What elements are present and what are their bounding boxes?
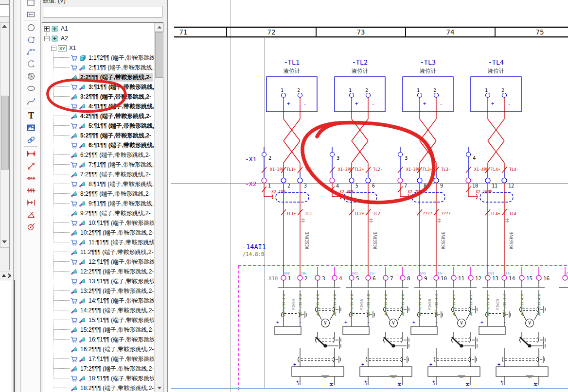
tree-item-label: 10:¶1¶¶ (端子,带鞍形跳线,2- (87, 219, 154, 227)
polarity: - (299, 320, 302, 325)
dimension-angle-icon[interactable] (25, 209, 37, 221)
tree-item-terminal[interactable]: 7:¶1¶¶ (端子,带鞍形跳线,2- (43, 160, 154, 170)
tree-scroll-thumb[interactable] (155, 32, 163, 78)
splitter[interactable] (18, 0, 20, 392)
tree-item-terminal[interactable]: 3:2¶¶¶ (端子,带鞍形跳线,2- (43, 92, 154, 102)
tree-item-terminal[interactable]: 10:¶1¶¶ (端子,带鞍形跳线,2- (43, 218, 154, 228)
tree-item-terminal[interactable]: 12:¶1¶¶ (端子,带鞍形跳线,2- (43, 257, 154, 267)
tree-item-terminal[interactable]: 13:2¶¶¶ (端子,带鞍形跳线,2- (43, 286, 154, 296)
tree-item-terminal[interactable]: 1:1¶2¶¶ (端子,带鞍形跳线,2- (43, 53, 154, 63)
tree-item-terminal[interactable]: 7:2¶¶¶ (端子,带鞍形跳线,2- (43, 170, 154, 179)
reserve-label: RESERVE (373, 232, 378, 249)
wire-label: X1-2PE (270, 167, 284, 172)
tree-item-a2[interactable]: A2 (43, 34, 154, 43)
node-edit-tool-icon[interactable] (25, 9, 37, 20)
circle-points-tool-icon[interactable] (25, 34, 37, 46)
schematic-canvas[interactable]: 71 72 73 74 75 -X1 -X2 -X10 -14AI1 /14.8… (171, 0, 568, 392)
edge-input[interactable] (0, 4, 10, 17)
tree-item-x1[interactable]: XY X1 (43, 43, 154, 53)
value-input[interactable] (43, 6, 162, 17)
arc-points-tool-icon[interactable] (25, 46, 37, 58)
column-header: 74 (446, 28, 455, 36)
tree-item-terminal[interactable]: 17:2¶¶¶ (端子,带鞍形跳线,2- (43, 364, 154, 374)
tree-item-terminal[interactable]: 9:2¶¶¶ (端子,带鞍形跳线,2- (43, 208, 154, 218)
x10-bus-label: -X10 (266, 275, 278, 281)
tree-item-terminal[interactable]: 8:¶1¶¶ (端子,带鞍形跳线,2- (43, 179, 154, 189)
tree-item-terminal[interactable]: 14:2¶¶¶ (端子,带鞍形跳线,2- (43, 306, 154, 315)
x10-terminal-number: 5 (356, 275, 359, 282)
tree-item-terminal[interactable]: 18:¶1¶¶ (端子,带鞍形跳线,2- (43, 374, 154, 383)
scroll-down-icon[interactable] (2, 240, 7, 243)
tree-item-terminal[interactable]: 5:2¶¶¶ (端子,带鞍形跳线,2- (43, 131, 154, 140)
tree-item-terminal[interactable]: 9:¶1¶¶ (端子,带鞍形跳线,2- (43, 199, 154, 208)
tree-item-terminal[interactable]: 15:¶1¶¶ (端子,带鞍形跳线,2- (43, 315, 154, 325)
channel-tag: UV2 (420, 272, 426, 275)
tree-item-terminal[interactable]: 12:2¶¶¶ (端子,带鞍形跳线,2- (43, 267, 154, 276)
cart-icon (71, 356, 78, 363)
tree-item-terminal[interactable]: 17:¶1¶¶ (端子,带鞍形跳线,2- (43, 354, 154, 364)
polarity: - (440, 101, 443, 107)
cart-icon (71, 142, 78, 149)
flag-icon (79, 375, 86, 382)
collapse-icon[interactable] (2, 274, 6, 277)
device-tree-panel: A1 A2 XY X1 1:1¶2¶¶ (端子,带鞍形跳线,2- 2:¶1¶¶ … (42, 22, 163, 392)
tree-item-terminal[interactable]: 14:¶1¶¶ (端子,带鞍形跳线,2- (43, 296, 154, 306)
tree-item-label: 18:2¶¶¶ (端子,带鞍形跳线,2- (79, 384, 154, 392)
spline-tool-icon[interactable] (25, 96, 37, 107)
tree-item-terminal[interactable]: 18:2¶¶¶ (端子,带鞍形跳线,2- (43, 383, 154, 392)
rectangle-tool-icon[interactable] (25, 0, 37, 9)
dimension-chain-icon[interactable] (25, 172, 37, 184)
tree-item-label: 2:2¶¶¶ (端子,带鞍形跳线,2- (79, 73, 153, 82)
ellipse-tool-icon[interactable] (25, 83, 37, 94)
tree-item-terminal[interactable]: 13:¶1¶¶ (端子,带鞍形跳线,2- (43, 276, 154, 286)
signal-label: AGP+/35.4:B (350, 294, 354, 316)
tree-item-terminal[interactable]: 8:2¶¶¶ (端子,带鞍形跳线,2- (43, 189, 154, 199)
tree-item-terminal[interactable]: 3:¶1¶¶ (端子,带鞍形跳线,2- (43, 82, 154, 92)
tree-item-terminal[interactable]: 11:¶1¶¶ (端子,带鞍形跳线,2- (43, 238, 154, 247)
signal-label: AGP+/35.4:A (282, 294, 286, 316)
tree-scrollbar[interactable] (154, 23, 163, 392)
tree-item-terminal[interactable]: 11:2¶¶¶ (端子,带鞍形跳线,2- (43, 247, 154, 257)
tree-item-terminal[interactable]: 5:¶1¶¶ (端子,带鞍形跳线,2- (43, 121, 154, 131)
tree-item-terminal[interactable]: 6:2¶¶¶ (端子,带鞍形跳线,2- (43, 150, 154, 160)
wire-label: X1-3PE (338, 167, 353, 172)
voltmeter-label: V (324, 321, 327, 325)
collapse-icon[interactable] (51, 46, 56, 51)
scroll-up-icon[interactable] (158, 26, 161, 29)
dimension-aligned-icon[interactable] (25, 160, 37, 172)
tree-item-a1[interactable]: A1 (43, 24, 154, 34)
tree-item-terminal[interactable]: 4:2¶¶¶ (端子,带鞍形跳线,2- (43, 111, 154, 121)
dimension-baseline-icon[interactable] (25, 185, 37, 196)
dimension-center-icon[interactable] (25, 221, 37, 233)
image-tool-icon[interactable] (25, 122, 37, 134)
scroll-up-icon[interactable] (2, 25, 7, 28)
text-tool-icon[interactable]: T (25, 110, 37, 121)
tl-pin: 1 (417, 87, 420, 93)
tree-item-terminal[interactable]: 16:2¶¶¶ (端子,带鞍形跳线,2- (43, 344, 154, 354)
scroll-down-icon[interactable] (158, 387, 161, 390)
tree-item-terminal[interactable]: 2:¶1¶¶ (端子,带鞍形跳线,2- (43, 63, 154, 72)
hyperlink-tool-icon[interactable] (25, 134, 37, 146)
channel-tag: UV1 (352, 272, 358, 275)
tree-item-terminal[interactable]: 10:2¶¶¶ (端子,带鞍形跳线,2- (43, 228, 154, 238)
device-name: -14AI1 (242, 243, 266, 251)
dimension-edge-icon[interactable] (25, 197, 37, 208)
edge-scrollbar[interactable] (0, 22, 10, 248)
splitter[interactable] (11, 0, 14, 392)
expand-icon[interactable] (44, 26, 50, 32)
circle-tool-icon[interactable] (25, 22, 37, 34)
x2-terminal-number: 12 (508, 183, 514, 188)
arc-tool-icon[interactable] (25, 58, 37, 70)
tree-item-terminal[interactable]: 15:2¶¶¶ (端子,带鞍形跳线,2- (43, 325, 154, 335)
tree-item-terminal-selected[interactable]: 2:2¶¶¶ (端子,带鞍形跳线,2- (43, 72, 154, 82)
tree-item-terminal[interactable]: 16:¶1¶¶ (端子,带鞍形跳线,2- (43, 335, 154, 344)
edge-scroll-thumb[interactable] (1, 96, 9, 170)
tree-item-terminal[interactable]: 4:¶1¶¶ (端子,带鞍形跳线,2- (43, 102, 154, 111)
dimension-linear-icon[interactable] (25, 148, 37, 160)
wire-label: TL2- (373, 167, 383, 172)
tree-item-terminal[interactable]: 6:¶1¶¶ (端子,带鞍形跳线,2- (43, 140, 154, 150)
pie-tool-icon[interactable] (25, 70, 37, 82)
collapse-icon[interactable] (44, 36, 50, 41)
column-header: 73 (357, 28, 365, 36)
polarity: + (276, 320, 279, 325)
